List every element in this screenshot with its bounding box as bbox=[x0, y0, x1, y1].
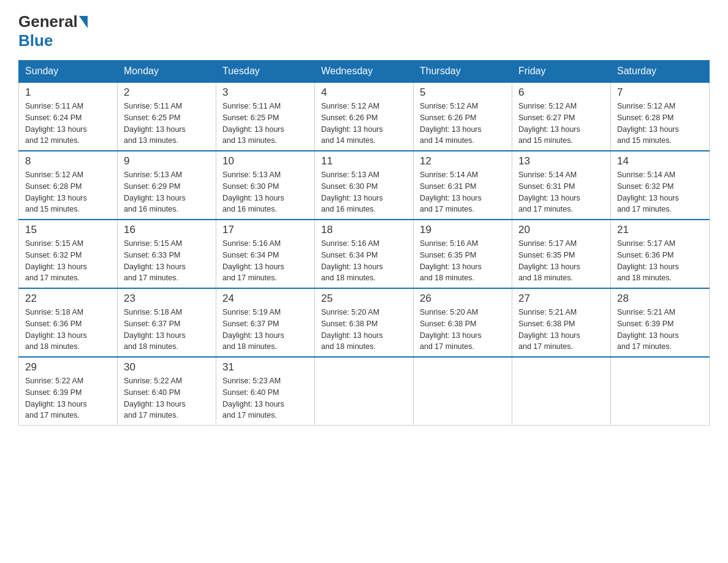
day-number: 7 bbox=[617, 86, 703, 99]
day-info: Sunrise: 5:22 AMSunset: 6:40 PMDaylight:… bbox=[124, 375, 210, 421]
week-row-3: 15 Sunrise: 5:15 AMSunset: 6:32 PMDaylig… bbox=[19, 220, 710, 288]
calendar-cell: 14 Sunrise: 5:14 AMSunset: 6:32 PMDaylig… bbox=[611, 151, 710, 220]
day-number: 6 bbox=[518, 86, 604, 99]
calendar-header-tuesday: Tuesday bbox=[216, 61, 315, 83]
day-info: Sunrise: 5:23 AMSunset: 6:40 PMDaylight:… bbox=[222, 375, 308, 421]
day-info: Sunrise: 5:13 AMSunset: 6:29 PMDaylight:… bbox=[124, 169, 210, 215]
day-info: Sunrise: 5:12 AMSunset: 6:27 PMDaylight:… bbox=[518, 101, 604, 147]
calendar-cell: 17 Sunrise: 5:16 AMSunset: 6:34 PMDaylig… bbox=[216, 220, 315, 288]
week-row-5: 29 Sunrise: 5:22 AMSunset: 6:39 PMDaylig… bbox=[19, 357, 710, 426]
day-number: 29 bbox=[25, 361, 111, 373]
day-info: Sunrise: 5:15 AMSunset: 6:33 PMDaylight:… bbox=[124, 238, 210, 284]
day-info: Sunrise: 5:12 AMSunset: 6:26 PMDaylight:… bbox=[420, 101, 506, 147]
day-info: Sunrise: 5:11 AMSunset: 6:25 PMDaylight:… bbox=[222, 101, 308, 147]
calendar-header-monday: Monday bbox=[118, 61, 216, 83]
logo-blue-text: Blue bbox=[18, 31, 53, 50]
day-number: 25 bbox=[321, 293, 407, 305]
calendar-cell bbox=[611, 357, 710, 426]
calendar-cell: 21 Sunrise: 5:17 AMSunset: 6:36 PMDaylig… bbox=[611, 220, 710, 288]
calendar-cell: 28 Sunrise: 5:21 AMSunset: 6:39 PMDaylig… bbox=[611, 288, 710, 357]
calendar-cell: 4 Sunrise: 5:12 AMSunset: 6:26 PMDayligh… bbox=[315, 82, 414, 151]
day-number: 15 bbox=[25, 224, 111, 236]
day-info: Sunrise: 5:21 AMSunset: 6:38 PMDaylight:… bbox=[518, 307, 604, 353]
day-number: 10 bbox=[222, 155, 308, 167]
calendar-cell: 24 Sunrise: 5:19 AMSunset: 6:37 PMDaylig… bbox=[216, 288, 315, 357]
day-info: Sunrise: 5:16 AMSunset: 6:35 PMDaylight:… bbox=[420, 238, 506, 284]
calendar-cell bbox=[414, 357, 512, 426]
day-info: Sunrise: 5:13 AMSunset: 6:30 PMDaylight:… bbox=[321, 169, 407, 215]
calendar-cell: 5 Sunrise: 5:12 AMSunset: 6:26 PMDayligh… bbox=[414, 82, 512, 151]
day-number: 19 bbox=[420, 224, 506, 236]
day-number: 26 bbox=[420, 293, 506, 305]
calendar-cell: 25 Sunrise: 5:20 AMSunset: 6:38 PMDaylig… bbox=[315, 288, 414, 357]
week-row-2: 8 Sunrise: 5:12 AMSunset: 6:28 PMDayligh… bbox=[19, 151, 710, 220]
day-info: Sunrise: 5:15 AMSunset: 6:32 PMDaylight:… bbox=[25, 238, 111, 284]
calendar-header-saturday: Saturday bbox=[611, 61, 710, 83]
day-info: Sunrise: 5:11 AMSunset: 6:25 PMDaylight:… bbox=[124, 101, 210, 147]
logo: General Blue bbox=[18, 12, 89, 50]
day-info: Sunrise: 5:14 AMSunset: 6:31 PMDaylight:… bbox=[420, 169, 506, 215]
day-number: 18 bbox=[321, 224, 407, 236]
calendar-cell: 6 Sunrise: 5:12 AMSunset: 6:27 PMDayligh… bbox=[512, 82, 611, 151]
calendar-cell: 3 Sunrise: 5:11 AMSunset: 6:25 PMDayligh… bbox=[216, 82, 315, 151]
day-number: 31 bbox=[222, 361, 308, 373]
calendar-header-wednesday: Wednesday bbox=[315, 61, 414, 83]
day-info: Sunrise: 5:22 AMSunset: 6:39 PMDaylight:… bbox=[25, 375, 111, 421]
day-number: 9 bbox=[124, 155, 210, 167]
day-info: Sunrise: 5:11 AMSunset: 6:24 PMDaylight:… bbox=[25, 101, 111, 147]
day-number: 11 bbox=[321, 155, 407, 167]
day-info: Sunrise: 5:14 AMSunset: 6:32 PMDaylight:… bbox=[617, 169, 703, 215]
calendar-cell: 15 Sunrise: 5:15 AMSunset: 6:32 PMDaylig… bbox=[19, 220, 118, 288]
page-header: General Blue bbox=[18, 12, 710, 50]
day-number: 17 bbox=[222, 224, 308, 236]
logo-arrow-icon bbox=[79, 16, 88, 28]
calendar-cell: 7 Sunrise: 5:12 AMSunset: 6:28 PMDayligh… bbox=[611, 82, 710, 151]
day-info: Sunrise: 5:12 AMSunset: 6:28 PMDaylight:… bbox=[25, 169, 111, 215]
calendar-cell: 29 Sunrise: 5:22 AMSunset: 6:39 PMDaylig… bbox=[19, 357, 118, 426]
day-number: 30 bbox=[124, 361, 210, 373]
day-number: 13 bbox=[518, 155, 604, 167]
calendar-cell: 18 Sunrise: 5:16 AMSunset: 6:34 PMDaylig… bbox=[315, 220, 414, 288]
day-number: 8 bbox=[25, 155, 111, 167]
calendar-cell: 1 Sunrise: 5:11 AMSunset: 6:24 PMDayligh… bbox=[19, 82, 118, 151]
calendar-cell: 13 Sunrise: 5:14 AMSunset: 6:31 PMDaylig… bbox=[512, 151, 611, 220]
calendar-cell: 22 Sunrise: 5:18 AMSunset: 6:36 PMDaylig… bbox=[19, 288, 118, 357]
day-info: Sunrise: 5:21 AMSunset: 6:39 PMDaylight:… bbox=[617, 307, 703, 353]
day-number: 28 bbox=[617, 293, 703, 305]
calendar-cell: 11 Sunrise: 5:13 AMSunset: 6:30 PMDaylig… bbox=[315, 151, 414, 220]
calendar-cell: 16 Sunrise: 5:15 AMSunset: 6:33 PMDaylig… bbox=[118, 220, 216, 288]
day-number: 14 bbox=[617, 155, 703, 167]
day-number: 4 bbox=[321, 86, 407, 99]
week-row-4: 22 Sunrise: 5:18 AMSunset: 6:36 PMDaylig… bbox=[19, 288, 710, 357]
calendar-header-row: SundayMondayTuesdayWednesdayThursdayFrid… bbox=[19, 61, 710, 83]
week-row-1: 1 Sunrise: 5:11 AMSunset: 6:24 PMDayligh… bbox=[19, 82, 710, 151]
calendar-cell: 12 Sunrise: 5:14 AMSunset: 6:31 PMDaylig… bbox=[414, 151, 512, 220]
day-info: Sunrise: 5:16 AMSunset: 6:34 PMDaylight:… bbox=[321, 238, 407, 284]
day-info: Sunrise: 5:20 AMSunset: 6:38 PMDaylight:… bbox=[321, 307, 407, 353]
calendar-cell: 2 Sunrise: 5:11 AMSunset: 6:25 PMDayligh… bbox=[118, 82, 216, 151]
day-number: 3 bbox=[222, 86, 308, 99]
calendar-table: SundayMondayTuesdayWednesdayThursdayFrid… bbox=[18, 60, 710, 426]
calendar-cell: 26 Sunrise: 5:20 AMSunset: 6:38 PMDaylig… bbox=[414, 288, 512, 357]
day-number: 16 bbox=[124, 224, 210, 236]
calendar-cell: 8 Sunrise: 5:12 AMSunset: 6:28 PMDayligh… bbox=[19, 151, 118, 220]
calendar-cell: 30 Sunrise: 5:22 AMSunset: 6:40 PMDaylig… bbox=[118, 357, 216, 426]
day-info: Sunrise: 5:12 AMSunset: 6:28 PMDaylight:… bbox=[617, 101, 703, 147]
calendar-cell: 23 Sunrise: 5:18 AMSunset: 6:37 PMDaylig… bbox=[118, 288, 216, 357]
day-info: Sunrise: 5:20 AMSunset: 6:38 PMDaylight:… bbox=[420, 307, 506, 353]
day-number: 1 bbox=[25, 86, 111, 99]
day-info: Sunrise: 5:13 AMSunset: 6:30 PMDaylight:… bbox=[222, 169, 308, 215]
day-number: 20 bbox=[518, 224, 604, 236]
day-number: 5 bbox=[420, 86, 506, 99]
day-number: 21 bbox=[617, 224, 703, 236]
day-number: 12 bbox=[420, 155, 506, 167]
day-number: 24 bbox=[222, 293, 308, 305]
day-info: Sunrise: 5:18 AMSunset: 6:37 PMDaylight:… bbox=[124, 307, 210, 353]
day-number: 22 bbox=[25, 293, 111, 305]
day-info: Sunrise: 5:17 AMSunset: 6:35 PMDaylight:… bbox=[518, 238, 604, 284]
calendar-cell: 31 Sunrise: 5:23 AMSunset: 6:40 PMDaylig… bbox=[216, 357, 315, 426]
calendar-cell bbox=[315, 357, 414, 426]
calendar-cell: 27 Sunrise: 5:21 AMSunset: 6:38 PMDaylig… bbox=[512, 288, 611, 357]
day-number: 27 bbox=[518, 293, 604, 305]
calendar-cell: 20 Sunrise: 5:17 AMSunset: 6:35 PMDaylig… bbox=[512, 220, 611, 288]
